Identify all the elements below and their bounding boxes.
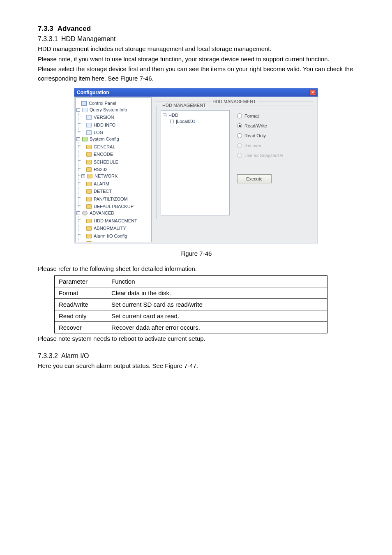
table-cell: Format bbox=[55, 287, 107, 298]
section-number: 7.3.3 bbox=[38, 25, 53, 33]
folder-icon bbox=[86, 219, 92, 223]
tree-ptz[interactable]: PAN/TILT/ZOOM bbox=[81, 196, 129, 202]
folder-icon bbox=[82, 108, 88, 112]
tree-alarm-io-config[interactable]: Alarm I/O Config bbox=[81, 233, 128, 239]
window-title: Configuration bbox=[76, 90, 109, 95]
doc-icon bbox=[86, 130, 92, 135]
section-heading: 7.3.3 Advanced bbox=[38, 25, 354, 33]
parameter-table: Parameter Function Format Clear data in … bbox=[54, 275, 327, 333]
radio-format[interactable]: Format bbox=[237, 113, 284, 118]
body-text: Please refer to the following sheet for … bbox=[38, 264, 354, 274]
table-header: Parameter bbox=[55, 275, 107, 287]
hdd-management-group: HDD MANAGEMENT − HDD + |Local001 bbox=[156, 106, 312, 219]
subsection-heading: 7.3.3.2 Alarm I/O bbox=[38, 352, 354, 360]
body-text: Here you can search alarm output status.… bbox=[38, 361, 354, 371]
section-title: Advanced bbox=[58, 25, 91, 33]
table-row: Format Clear data in the disk. bbox=[55, 287, 327, 298]
subsection-number: 7.3.3.1 bbox=[38, 35, 58, 43]
close-button[interactable]: × bbox=[309, 90, 316, 95]
hdd-tree-root[interactable]: − HDD bbox=[163, 112, 228, 118]
table-cell: Set current card as read. bbox=[107, 310, 327, 321]
hdd-options: Format Read/Write Read Only Recover bbox=[237, 110, 284, 215]
folder-icon bbox=[86, 241, 92, 242]
folder-icon bbox=[86, 204, 92, 209]
table-cell: Read only bbox=[55, 310, 107, 321]
tree-network[interactable]: +NETWORK bbox=[81, 173, 118, 179]
gear-icon bbox=[82, 211, 88, 215]
table-row: Read only Set current card as read. bbox=[55, 310, 327, 321]
folder-icon bbox=[86, 182, 92, 186]
tree-encode[interactable]: ENCODE bbox=[81, 151, 114, 157]
body-text: HDD management includes net storage mana… bbox=[38, 44, 354, 54]
radio-snapshot: Use as Snapshot H bbox=[237, 153, 284, 158]
table-cell: Clear data in the disk. bbox=[107, 287, 327, 298]
tree-record[interactable]: Record bbox=[81, 240, 109, 242]
folder-icon bbox=[87, 174, 92, 178]
subsection-title: Alarm I/O bbox=[61, 352, 89, 360]
nav-tree: Control Panel − Query System Info VERSIO… bbox=[75, 97, 152, 242]
folder-icon bbox=[86, 226, 92, 231]
table-row: Read/write Set current SD card as read/w… bbox=[55, 298, 327, 310]
folder-icon bbox=[86, 167, 92, 172]
configuration-window: Configuration × Control Panel − bbox=[74, 88, 318, 243]
tree-hdd-management[interactable]: HDD MANAGEMENT bbox=[81, 218, 138, 224]
collapse-icon[interactable]: − bbox=[76, 108, 80, 112]
tree-default-backup[interactable]: DEFAULT/BACKUP bbox=[81, 204, 134, 210]
tree-general[interactable]: GENERAL bbox=[81, 144, 116, 150]
table-cell: Read/write bbox=[55, 298, 107, 310]
tree-abnormality[interactable]: ABNORMALITY bbox=[81, 225, 127, 231]
control-panel-icon bbox=[81, 101, 87, 106]
body-text: Please select the storage device first a… bbox=[38, 65, 354, 83]
tree-advanced[interactable]: − ADVANCED bbox=[76, 210, 115, 216]
radio-icon bbox=[237, 123, 242, 128]
window-titlebar: Configuration × bbox=[74, 88, 318, 97]
folder-icon bbox=[86, 160, 92, 164]
folder-icon bbox=[86, 234, 92, 238]
config-detail-panel: HDD MANAGEMENT HDD MANAGEMENT − HDD + |L… bbox=[152, 97, 318, 243]
tree-schedule[interactable]: SCHEDULE bbox=[81, 159, 119, 165]
collapse-icon[interactable]: − bbox=[76, 211, 80, 215]
radio-icon bbox=[237, 153, 242, 158]
radio-icon bbox=[237, 113, 242, 118]
table-cell: Recover dada after error occurs. bbox=[107, 321, 327, 333]
table-header: Function bbox=[107, 275, 327, 287]
subsection-heading: 7.3.3.1 HDD Management bbox=[38, 35, 354, 43]
tree-alarm[interactable]: ALARM bbox=[81, 181, 110, 187]
hdd-device-tree: − HDD + |Local001 bbox=[161, 110, 230, 215]
table-cell: Set current SD card as read/write bbox=[107, 298, 327, 310]
tree-control-panel[interactable]: Control Panel bbox=[76, 100, 117, 106]
body-text: Please note, if you want to use local st… bbox=[38, 55, 354, 64]
figure-caption: Figure 7-46 bbox=[38, 250, 354, 257]
folder-icon bbox=[86, 189, 92, 194]
table-cell: Recover bbox=[55, 321, 107, 333]
tree-hdd-info[interactable]: HDD INFO bbox=[81, 122, 116, 128]
tree-system-config[interactable]: − System Config bbox=[76, 136, 120, 142]
tree-version[interactable]: VERSION bbox=[81, 114, 115, 120]
tree-query-system-info[interactable]: − Query System Info bbox=[76, 107, 128, 113]
subsection-number: 7.3.3.2 bbox=[38, 352, 58, 360]
system-icon bbox=[82, 137, 88, 141]
folder-icon bbox=[86, 197, 92, 201]
radio-icon bbox=[237, 133, 242, 138]
tree-rs232[interactable]: RS232 bbox=[81, 166, 108, 173]
folder-icon bbox=[86, 152, 92, 157]
collapse-icon[interactable]: − bbox=[76, 137, 80, 141]
execute-button[interactable]: Execute bbox=[237, 174, 272, 183]
subsection-title: HDD Management bbox=[61, 35, 116, 43]
tree-log[interactable]: LOG bbox=[81, 130, 104, 136]
radio-readwrite[interactable]: Read/Write bbox=[237, 123, 284, 128]
folder-icon bbox=[86, 145, 92, 149]
tree-detect[interactable]: DETECT bbox=[81, 188, 113, 194]
body-text: Please note system needs to reboot to ac… bbox=[38, 334, 354, 344]
hdd-tree-item[interactable]: + |Local001 bbox=[163, 118, 228, 125]
doc-icon bbox=[86, 115, 92, 120]
expand-icon[interactable]: + bbox=[81, 174, 85, 178]
expand-icon[interactable]: + bbox=[170, 120, 174, 123]
collapse-icon[interactable]: − bbox=[163, 113, 166, 117]
group-legend: HDD MANAGEMENT bbox=[161, 103, 208, 108]
radio-icon bbox=[237, 143, 242, 148]
table-row: Recover Recover dada after error occurs. bbox=[55, 321, 327, 333]
radio-recover: Recover bbox=[237, 143, 284, 148]
radio-readonly[interactable]: Read Only bbox=[237, 133, 284, 138]
doc-icon bbox=[86, 123, 92, 127]
